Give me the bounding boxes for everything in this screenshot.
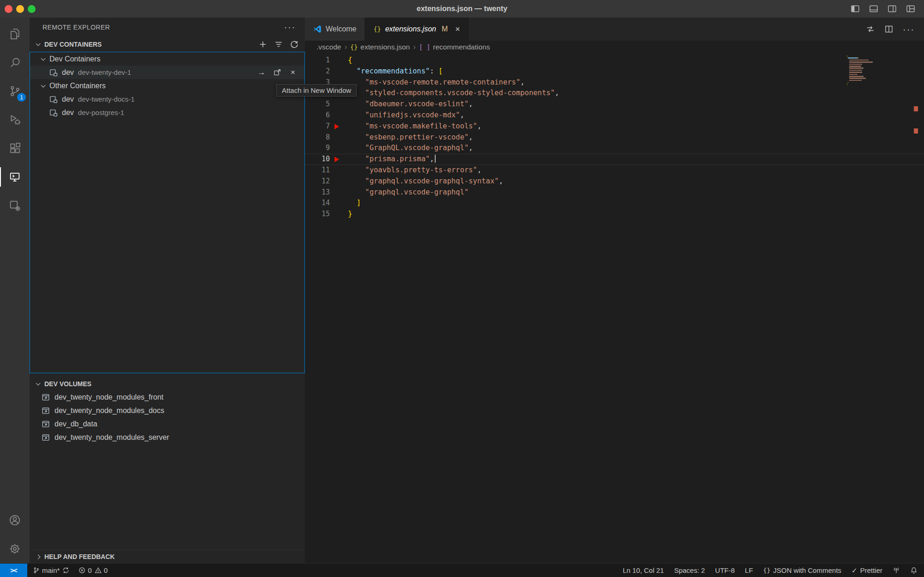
volume-item-row[interactable]: dev_twenty_node_modules_docs (30, 404, 305, 417)
container-group-row[interactable]: Other Containers (30, 79, 304, 92)
tab-label: Welcome (326, 25, 356, 33)
eol-sequence[interactable]: LF (745, 566, 753, 574)
open-changes-icon[interactable] (866, 24, 875, 34)
line-number: 12 (305, 176, 330, 187)
search-icon[interactable] (0, 48, 30, 77)
formatter-item[interactable]: ✓ Prettier (851, 566, 882, 575)
container-item-row[interactable]: devdev-twenty-dev-1→× (30, 66, 304, 79)
cursor-position[interactable]: Ln 10, Col 21 (623, 566, 664, 574)
volume-item-row[interactable]: dev_twenty_node_modules_front (30, 390, 305, 404)
volume-item-row[interactable]: dev_db_data (30, 417, 305, 431)
containers-icon[interactable] (0, 191, 30, 220)
check-icon: ✓ (851, 566, 857, 575)
gutter (330, 132, 348, 143)
attach-new-window-button[interactable] (272, 67, 282, 78)
run-debug-icon[interactable] (0, 105, 30, 134)
ruler-modified-mark (914, 128, 918, 134)
problems-item[interactable]: 0 0 (79, 566, 108, 574)
attach-container-button[interactable]: → (256, 67, 267, 78)
breadcrumb-folder[interactable]: .vscode (316, 43, 341, 51)
container-item-row[interactable]: devdev-twenty-docs-1 (30, 92, 304, 106)
split-editor-icon[interactable] (884, 24, 894, 34)
explorer-icon[interactable] (0, 19, 30, 48)
encoding[interactable]: UTF-8 (715, 566, 735, 574)
gutter (330, 121, 348, 132)
code-line: 4 "styled-components.vscode-styled-compo… (305, 88, 924, 99)
indentation[interactable]: Spaces: 2 (674, 566, 705, 574)
code-line: 12 "graphql.vscode-graphql-syntax", (305, 176, 924, 187)
filter-icon[interactable] (274, 40, 283, 49)
editor-group: Welcome {} extensions.json M × ··· (305, 18, 924, 563)
volume-icon (42, 420, 50, 428)
close-window-button[interactable] (5, 5, 12, 13)
toggle-primary-sidebar-icon[interactable] (850, 4, 860, 14)
language-mode[interactable]: {} JSON with Comments (763, 566, 841, 574)
container-group-row[interactable]: Dev Containers (30, 52, 304, 66)
scm-badge: 1 (17, 93, 26, 102)
remote-explorer-icon[interactable] (0, 163, 30, 191)
toggle-panel-icon[interactable] (869, 4, 879, 14)
new-container-icon[interactable] (259, 40, 267, 49)
close-icon[interactable]: × (455, 24, 460, 34)
code-editor[interactable]: 1{2 "recommendations": [3 "ms-vscode-rem… (305, 54, 924, 563)
volume-icon (42, 407, 50, 415)
line-number: 11 (305, 165, 330, 176)
warning-icon (95, 567, 102, 574)
code-line: 5 "dbaeumer.vscode-eslint", (305, 99, 924, 110)
volume-item-row[interactable]: dev_twenty_node_modules_server (30, 431, 305, 444)
sync-icon (62, 567, 69, 574)
container-item-row[interactable]: devdev-postgres-1 (30, 106, 304, 119)
container-description: dev-twenty-docs-1 (78, 95, 135, 103)
dev-containers-tree[interactable]: Dev Containersdevdev-twenty-dev-1→×Other… (30, 52, 305, 373)
json-file-icon: {} (373, 25, 381, 33)
line-number: 13 (305, 187, 330, 198)
container-icon (49, 95, 58, 103)
tab-extensions-json[interactable]: {} extensions.json M × (365, 18, 468, 41)
vscode-window: extensions.json — twenty (0, 0, 924, 577)
code-line: 3 "ms-vscode-remote.remote-containers", (305, 77, 924, 88)
toggle-secondary-sidebar-icon[interactable] (887, 4, 897, 14)
section-help-and-feedback[interactable]: HELP AND FEEDBACK (30, 550, 305, 563)
attach-in-new-window-tooltip: Attach in New Window (276, 84, 357, 97)
volume-icon (42, 433, 50, 442)
source-control-icon[interactable]: 1 (0, 77, 30, 105)
settings-gear-icon[interactable] (0, 534, 30, 563)
section-dev-containers[interactable]: DEV CONTAINERS (30, 37, 305, 52)
container-icon (49, 109, 58, 117)
gutter (330, 209, 348, 220)
breadcrumb-symbol[interactable]: [ ] recommendations (419, 43, 490, 51)
container-description: dev-twenty-dev-1 (78, 68, 131, 76)
ruler-modified-mark (914, 106, 918, 111)
code-line: 14 ] (305, 198, 924, 209)
code-line: 15} (305, 209, 924, 220)
line-number: 2 (305, 66, 330, 77)
notifications-bell-icon[interactable] (910, 567, 918, 574)
zoom-window-button[interactable] (28, 5, 36, 13)
remote-indicator-button[interactable]: >< (0, 564, 27, 577)
git-branch-item[interactable]: main* (33, 566, 69, 574)
gutter (330, 143, 348, 154)
editor-more-actions-icon[interactable]: ··· (903, 24, 915, 35)
minimize-window-button[interactable] (16, 5, 24, 13)
line-number: 5 (305, 99, 330, 110)
extensions-icon[interactable] (0, 134, 30, 163)
section-dev-volumes[interactable]: DEV VOLUMES (30, 377, 305, 390)
remove-container-button[interactable]: × (288, 67, 298, 78)
breadcrumb-file[interactable]: {} extensions.json (350, 43, 410, 51)
customize-layout-icon[interactable] (906, 4, 916, 14)
group-label: Dev Containers (49, 55, 100, 63)
refresh-icon[interactable] (290, 40, 298, 49)
more-actions-icon[interactable]: ··· (284, 22, 296, 32)
minimap[interactable] (847, 55, 874, 86)
window-controls (5, 5, 36, 13)
accounts-icon[interactable] (0, 506, 30, 534)
volume-icon (42, 393, 50, 401)
breadcrumb-separator: › (344, 43, 347, 52)
broadcast-icon[interactable] (893, 567, 900, 574)
chevron-down-icon (41, 56, 46, 61)
tab-welcome[interactable]: Welcome (305, 18, 365, 41)
window-title: extensions.json — twenty (0, 5, 924, 13)
container-name: dev (62, 95, 74, 103)
breadcrumb-separator: › (413, 43, 416, 52)
chevron-right-icon (36, 554, 41, 559)
